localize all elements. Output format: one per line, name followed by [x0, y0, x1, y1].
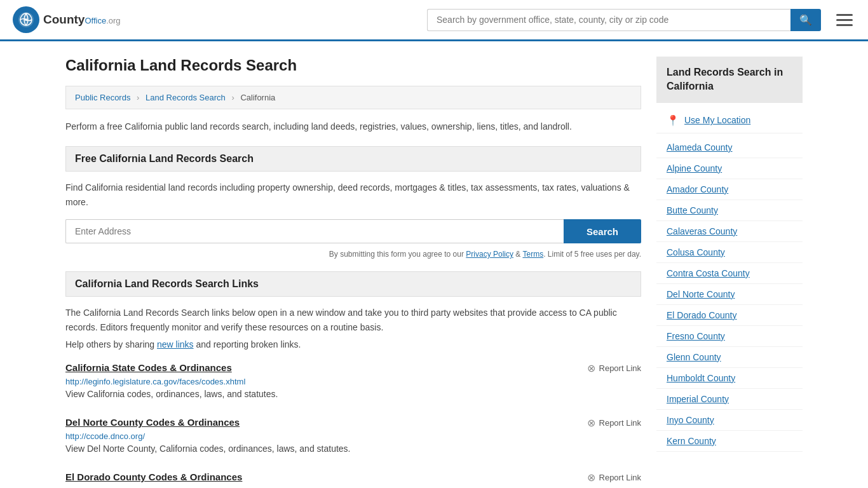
location-pin-icon: 📍 — [667, 114, 679, 126]
breadcrumb-california: California — [240, 93, 275, 102]
sidebar-county-link-12[interactable]: Imperial County — [656, 389, 803, 409]
report-icon-2: ⊗ — [587, 471, 595, 484]
svg-point-1 — [25, 18, 27, 21]
link-url-1[interactable]: http://ccode.dnco.org/ — [65, 431, 641, 441]
sidebar-county-item-9: Fresno County — [656, 326, 803, 347]
sidebar-county-link-5[interactable]: Colusa County — [656, 242, 803, 262]
report-link-button-0[interactable]: ⊗ Report Link — [587, 362, 641, 374]
sidebar-county-link-6[interactable]: Contra Costa County — [656, 263, 803, 283]
breadcrumb-public-records[interactable]: Public Records — [75, 93, 130, 102]
site-header: CountyOffice.org 🔍 — [0, 0, 868, 41]
sidebar-county-link-4[interactable]: Calaveras County — [656, 221, 803, 241]
link-title-1[interactable]: Del Norte County Codes & Ordinances — [65, 417, 240, 428]
privacy-policy-link[interactable]: Privacy Policy — [466, 250, 513, 259]
link-item-2: El Dorado County Codes & Ordinances ⊗ Re… — [65, 471, 641, 488]
free-search-description: Find California residential land records… — [65, 180, 641, 209]
global-search-bar: 🔍 — [427, 9, 821, 31]
content-area: California Land Records Search Public Re… — [65, 57, 641, 488]
search-icon: 🔍 — [799, 15, 812, 25]
sidebar-county-link-13[interactable]: Inyo County — [656, 410, 803, 430]
breadcrumb-land-records[interactable]: Land Records Search — [146, 93, 226, 102]
sidebar-county-item-3: Butte County — [656, 200, 803, 221]
link-item-header-1: Del Norte County Codes & Ordinances ⊗ Re… — [65, 417, 641, 429]
hamburger-line — [836, 24, 853, 26]
sidebar-county-link-0[interactable]: Alameda County — [656, 137, 803, 158]
sidebar-county-item-5: Colusa County — [656, 242, 803, 263]
link-desc-1: View Del Norte County, California codes,… — [65, 444, 351, 454]
page-description: Perform a free California public land re… — [65, 119, 641, 133]
sidebar-county-item-14: Kern County — [656, 431, 803, 452]
hamburger-menu-button[interactable] — [834, 11, 855, 29]
sidebar-county-item-4: Calaveras County — [656, 221, 803, 242]
logo-icon — [13, 6, 39, 33]
link-title-2[interactable]: El Dorado County Codes & Ordinances — [65, 471, 242, 482]
sidebar-county-item-13: Inyo County — [656, 410, 803, 431]
sidebar: Land Records Search in California 📍 Use … — [656, 57, 803, 488]
hamburger-line — [836, 14, 853, 16]
new-links-link[interactable]: new links — [157, 339, 194, 349]
links-help: Help others by sharing new links and rep… — [65, 339, 641, 349]
hamburger-line — [836, 19, 853, 21]
sidebar-county-link-2[interactable]: Amador County — [656, 179, 803, 200]
sidebar-county-item-2: Amador County — [656, 179, 803, 200]
use-my-location-row: 📍 Use My Location — [656, 111, 803, 133]
link-item-0: California State Codes & Ordinances ⊗ Re… — [65, 362, 641, 403]
terms-link[interactable]: Terms — [522, 250, 543, 259]
sidebar-county-item-0: Alameda County — [656, 137, 803, 158]
main-container: California Land Records Search Public Re… — [53, 41, 815, 488]
breadcrumb: Public Records › Land Records Search › C… — [65, 86, 641, 109]
logo-text-area: CountyOffice.org — [43, 13, 121, 27]
address-search-button[interactable]: Search — [564, 219, 641, 243]
link-item-1: Del Norte County Codes & Ordinances ⊗ Re… — [65, 417, 641, 458]
sidebar-county-item-10: Glenn County — [656, 347, 803, 368]
link-item-header-2: El Dorado County Codes & Ordinances ⊗ Re… — [65, 471, 641, 484]
sidebar-county-link-8[interactable]: El Dorado County — [656, 305, 803, 325]
address-input[interactable] — [65, 219, 564, 243]
county-list: Alameda CountyAlpine CountyAmador County… — [656, 137, 803, 452]
sidebar-county-link-14[interactable]: Kern County — [656, 431, 803, 451]
report-link-button-2[interactable]: ⊗ Report Link — [587, 471, 641, 484]
links-intro: The California Land Records Search links… — [65, 306, 641, 334]
links-section-header: California Land Records Search Links — [65, 271, 641, 297]
breadcrumb-sep-2: › — [231, 93, 234, 102]
logo-link[interactable]: CountyOffice.org — [13, 6, 121, 33]
sidebar-county-item-1: Alpine County — [656, 158, 803, 179]
sidebar-county-link-11[interactable]: Humboldt County — [656, 368, 803, 388]
sidebar-county-link-7[interactable]: Del Norte County — [656, 284, 803, 304]
link-desc-0: View California codes, ordinances, laws,… — [65, 389, 278, 399]
report-icon-1: ⊗ — [587, 417, 595, 429]
sidebar-title: Land Records Search in California — [656, 57, 803, 103]
link-url-0[interactable]: http://leginfo.legislature.ca.gov/faces/… — [65, 377, 641, 386]
link-title-0[interactable]: California State Codes & Ordinances — [65, 362, 232, 373]
global-search-button[interactable]: 🔍 — [790, 9, 821, 31]
sidebar-county-item-6: Contra Costa County — [656, 263, 803, 284]
sidebar-county-link-9[interactable]: Fresno County — [656, 326, 803, 346]
sidebar-county-link-10[interactable]: Glenn County — [656, 347, 803, 367]
address-form: Search — [65, 219, 641, 243]
use-my-location-link[interactable]: Use My Location — [684, 115, 750, 125]
sidebar-county-link-1[interactable]: Alpine County — [656, 158, 803, 179]
sidebar-county-item-11: Humboldt County — [656, 368, 803, 389]
sidebar-county-item-7: Del Norte County — [656, 284, 803, 305]
free-search-section-header: Free California Land Records Search — [65, 146, 641, 172]
report-link-button-1[interactable]: ⊗ Report Link — [587, 417, 641, 429]
sidebar-county-item-8: El Dorado County — [656, 305, 803, 326]
link-item-header-0: California State Codes & Ordinances ⊗ Re… — [65, 362, 641, 374]
sidebar-county-link-3[interactable]: Butte County — [656, 200, 803, 220]
page-title: California Land Records Search — [65, 57, 641, 74]
breadcrumb-sep-1: › — [137, 93, 139, 102]
form-disclaimer: By submitting this form you agree to our… — [65, 250, 641, 259]
sidebar-county-item-12: Imperial County — [656, 389, 803, 410]
report-icon-0: ⊗ — [587, 362, 595, 374]
global-search-input[interactable] — [427, 9, 790, 31]
